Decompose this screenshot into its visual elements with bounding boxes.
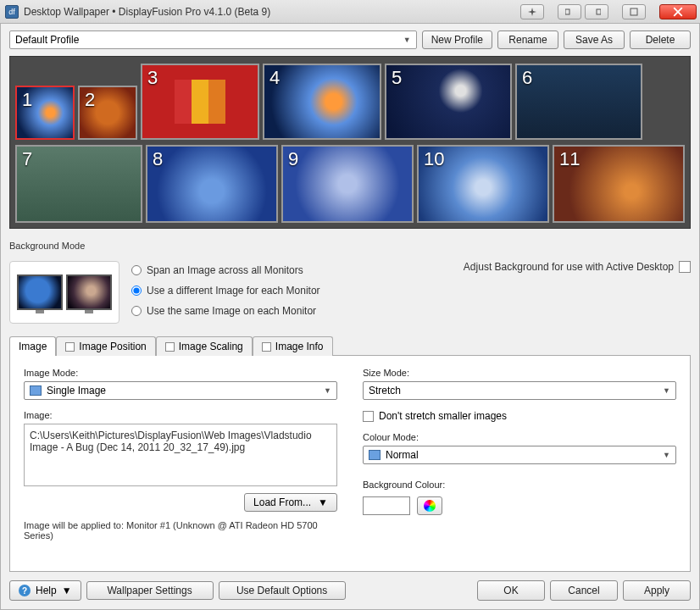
minimize-max-button[interactable] — [622, 4, 646, 19]
help-button[interactable]: ? Help ▼ — [9, 580, 81, 601]
colour-mode-select[interactable]: Normal ▼ — [363, 446, 676, 464]
checkbox-icon — [262, 342, 271, 352]
checkbox-icon — [65, 342, 75, 352]
applied-to-note: Image will be applied to: Monitor #1 (Un… — [24, 520, 337, 541]
dialog-body: Default Profile ▼ New Profile Rename Sav… — [0, 24, 700, 610]
help-icon: ? — [19, 585, 31, 596]
image-icon — [30, 385, 42, 396]
tab-image-position[interactable]: Image Position — [56, 336, 155, 356]
image-mode-label: Image Mode: — [24, 368, 337, 378]
colour-picker-button[interactable] — [417, 496, 442, 515]
chevron-down-icon: ▼ — [663, 386, 670, 395]
profile-select-value: Default Profile — [15, 34, 79, 46]
tab-content-image: Image Mode: Single Image ▼ Image: C:\Use… — [9, 356, 691, 572]
dont-stretch-check[interactable]: Don't stretch smaller images — [363, 410, 676, 422]
bgmode-span-radio[interactable]: Span an Image across all Monitors — [131, 264, 320, 276]
monitor-9[interactable]: 9 — [281, 145, 414, 223]
monitor-11[interactable]: 11 — [553, 145, 685, 223]
chevron-down-icon: ▼ — [318, 496, 328, 508]
svg-rect-2 — [631, 8, 637, 15]
restore-left-button[interactable] — [558, 4, 581, 19]
ok-button[interactable]: OK — [477, 580, 545, 601]
chevron-down-icon: ▼ — [403, 36, 411, 44]
active-desktop-check[interactable]: Adjust Background for use with Active De… — [464, 261, 691, 324]
load-from-button[interactable]: Load From... ▼ — [244, 493, 337, 512]
rename-button[interactable]: Rename — [497, 30, 558, 49]
monitor-5[interactable]: 5 — [385, 64, 512, 140]
tab-image[interactable]: Image — [9, 336, 56, 356]
tab-image-info[interactable]: Image Info — [253, 336, 333, 356]
monitor-3[interactable]: 3 — [141, 64, 259, 140]
checkbox-icon — [363, 411, 374, 422]
profile-select[interactable]: Default Profile ▼ — [9, 30, 417, 49]
app-icon: df — [5, 5, 19, 19]
svg-rect-1 — [597, 9, 601, 14]
bgmode-label: Background Mode — [9, 241, 691, 251]
colour-mode-label: Colour Mode: — [363, 432, 676, 442]
use-default-options-button[interactable]: Use Default Options — [219, 581, 346, 600]
image-mode-select[interactable]: Single Image ▼ — [24, 381, 337, 400]
chevron-down-icon: ▼ — [663, 451, 670, 459]
bgmode-diff-radio[interactable]: Use a different Image for each Monitor — [131, 285, 320, 297]
bg-colour-swatch[interactable] — [363, 496, 410, 515]
size-mode-select[interactable]: Stretch ▼ — [363, 381, 676, 400]
size-mode-label: Size Mode: — [363, 368, 676, 378]
monitor-1[interactable]: 1 — [15, 86, 75, 140]
image-path-label: Image: — [24, 410, 337, 420]
monitor-6[interactable]: 6 — [515, 64, 642, 140]
saveas-button[interactable]: Save As — [564, 30, 625, 49]
footer-row: ? Help ▼ Wallpaper Settings Use Default … — [9, 580, 691, 601]
pin-button[interactable] — [520, 4, 544, 19]
chevron-down-icon: ▼ — [62, 585, 72, 596]
title-bar: df Desktop Wallpaper • DisplayFusion Pro… — [0, 0, 700, 24]
bgmode-same-radio[interactable]: Use the same Image on each Monitor — [131, 305, 320, 317]
close-button[interactable] — [659, 4, 697, 19]
image-icon — [369, 450, 381, 460]
svg-rect-0 — [565, 9, 569, 14]
apply-button[interactable]: Apply — [623, 580, 691, 601]
new-profile-button[interactable]: New Profile — [422, 30, 492, 49]
checkbox-icon — [679, 261, 691, 273]
delete-button[interactable]: Delete — [630, 30, 691, 49]
profile-row: Default Profile ▼ New Profile Rename Sav… — [9, 30, 691, 49]
bg-colour-label: Background Colour: — [363, 480, 676, 490]
chevron-down-icon: ▼ — [324, 386, 331, 395]
monitor-8[interactable]: 8 — [146, 145, 278, 223]
tab-image-scaling[interactable]: Image Scaling — [156, 336, 253, 356]
monitor-7[interactable]: 7 — [15, 145, 142, 223]
window-title: Desktop Wallpaper • DisplayFusion Pro v4… — [24, 6, 520, 18]
cancel-button[interactable]: Cancel — [550, 580, 618, 601]
monitor-10[interactable]: 10 — [417, 145, 549, 223]
colour-wheel-icon — [424, 500, 436, 512]
checkbox-icon — [165, 342, 175, 352]
monitor-2[interactable]: 2 — [78, 86, 137, 140]
mini-monitor-icon — [17, 274, 63, 310]
restore-right-button[interactable] — [585, 4, 608, 19]
image-path-box[interactable]: C:\Users\Keith\Pictures\DisplayFusion\We… — [24, 424, 337, 486]
bgmode-preview — [9, 261, 119, 324]
wallpaper-settings-button[interactable]: Wallpaper Settings — [86, 581, 214, 600]
tab-strip: Image Image Position Image Scaling Image… — [9, 336, 691, 356]
monitor-4[interactable]: 4 — [263, 64, 381, 140]
mini-monitor-icon — [66, 274, 112, 310]
monitor-strip: 1 2 3 4 5 6 7 8 9 10 11 — [9, 56, 691, 229]
